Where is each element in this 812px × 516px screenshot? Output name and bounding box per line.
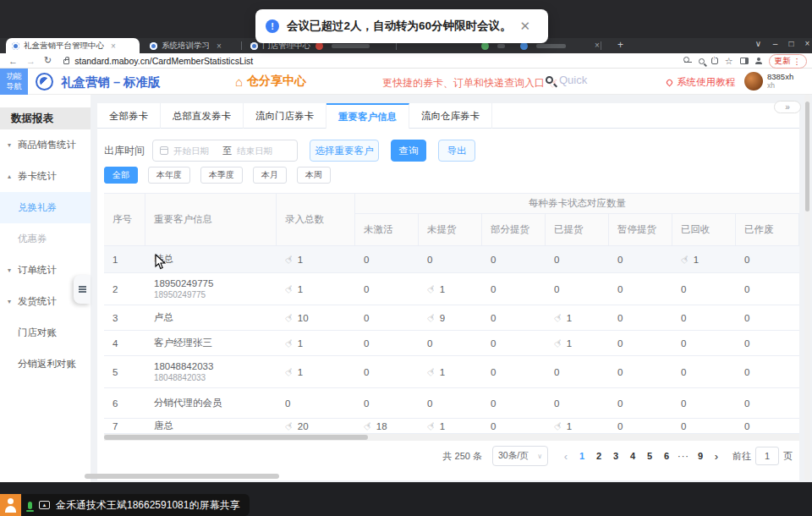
pointer-icon[interactable]: ☞ [425,310,439,326]
page-horizontal-scrollbar-thumb[interactable] [85,474,279,479]
pointer-icon[interactable]: ☞ [551,310,566,326]
scrollbar-thumb[interactable] [104,435,368,440]
range-chip[interactable]: 本周 [297,167,331,184]
page-number[interactable]: 6 [658,451,675,461]
sidebar-item[interactable]: 门店对账 [0,317,91,349]
window-close-icon[interactable]: × [800,39,812,48]
side-panel-icon[interactable] [740,58,749,64]
status-cell: 0 [609,367,672,377]
page-number[interactable]: 1 [573,451,590,461]
content-tab[interactable]: 总部直发券卡 [161,103,244,129]
range-chip[interactable]: 全部 [104,167,138,184]
pointer-icon[interactable]: ☞ [283,282,297,297]
cell-value: 0 [364,255,369,265]
sidebar-item[interactable]: ▴券卡统计 [0,161,91,192]
url-field[interactable]: standard.maboy.cn/CardMemberStatisticsLi… [74,56,253,66]
back-icon[interactable]: ← [8,56,18,66]
date-range-picker[interactable]: 至 [152,140,298,162]
pointer-icon[interactable]: ☞ [425,419,439,433]
next-page-button[interactable]: › [709,450,724,463]
browser-tab[interactable]: 系统培训学习 × [144,38,239,53]
bookmark-star-icon[interactable]: ☆ [725,57,733,66]
quick-entry-link[interactable]: 更快捷的券卡、订单和快递查询入口 ☞ [382,76,559,91]
range-chip[interactable]: 本月 [253,167,287,184]
select-customer-button[interactable]: 选择重要客户 [310,140,379,162]
status-column-header: 未激活 [355,214,419,246]
pointer-icon[interactable]: ☞ [283,419,297,433]
page-size-select[interactable]: 30条/页 ∨ [492,446,548,466]
content-tab[interactable]: 流向仓库券卡 [409,103,492,129]
chrome-update-button[interactable]: 更新 ⋮ [769,54,808,69]
reload-icon[interactable]: ↻ [44,55,52,66]
table-row[interactable]: 4客户经理张三☞1000☞1000 [104,331,799,356]
prev-page-button[interactable]: ‹ [558,450,573,463]
pointer-icon[interactable]: ☞ [551,419,566,433]
range-chip[interactable]: 本季度 [200,167,243,184]
pointer-icon[interactable]: ☞ [283,336,297,351]
drawer-handle-icon [79,288,86,290]
new-tab-button[interactable]: + [617,39,623,51]
scrollbar-thumb[interactable] [805,102,809,211]
window-minimize-icon[interactable]: – [768,39,782,48]
export-button[interactable]: 导出 [438,140,475,162]
toast-close-icon[interactable]: ✕ [520,19,531,34]
tutorial-link[interactable]: 系统使用教程 [667,76,735,89]
collapse-panel-button[interactable]: » [774,101,801,113]
sidebar-drawer-handle[interactable] [74,275,91,304]
tab-close-icon[interactable]: × [217,41,222,51]
pointer-icon[interactable]: ☞ [283,365,297,380]
table-row[interactable]: 3卢总☞100☞90☞1000 [104,305,799,331]
content-tab[interactable]: 全部券卡 [97,103,161,129]
page-number[interactable]: 2 [590,451,607,461]
content-tab[interactable]: 重要客户信息 [326,103,409,129]
table-row[interactable]: 51804884203318048842033☞10☞100000 [104,356,799,388]
goto-page-input[interactable] [755,447,779,465]
profile-icon[interactable] [755,58,762,64]
sidebar-item[interactable]: 优惠券 [0,223,91,255]
query-button[interactable]: 查询 [391,140,426,162]
user-avatar[interactable] [744,72,763,91]
password-key-icon[interactable] [684,59,692,63]
table-row[interactable]: 6分销代理的会员00000000 [104,388,799,419]
browser-toolbar: ← → ↻ standard.maboy.cn/CardMemberStatis… [0,53,812,69]
pointer-icon[interactable]: ☞ [425,282,439,297]
table-row[interactable]: 1韩总☞100000☞10 [104,246,799,273]
content-tab[interactable]: 流向门店券卡 [244,103,326,129]
page-number[interactable]: 4 [624,451,641,461]
start-date-input[interactable] [173,145,217,156]
sidebar-item[interactable]: 分销返利对账 [0,349,91,380]
status-cell: 0 [736,398,799,409]
status-cell: 0 [277,398,355,409]
pointer-icon[interactable]: ☞ [551,336,566,351]
screen-share-pill[interactable]: ▲ 金禾通技术王斌18662591081的屏幕共享 [21,494,250,516]
tab-close-icon[interactable]: × [111,41,116,51]
tab-close-icon[interactable]: × [595,41,600,50]
user-menu[interactable]: 8385xh xh [767,73,793,91]
page-number[interactable]: 9 [692,451,709,461]
pointer-icon[interactable]: ☞ [283,310,297,326]
page-ellipsis[interactable]: ··· [675,451,692,461]
window-maximize-icon[interactable]: □ [784,39,798,48]
quick-search[interactable]: Quick [546,74,587,86]
pointer-icon[interactable]: ☞ [283,252,297,267]
browser-tab-active[interactable]: 礼盒营销平台管理中心 × [6,38,140,53]
pointer-icon[interactable]: ☞ [678,252,693,267]
table-row[interactable]: 21895024977518950249775☞10☞100000 [104,273,799,305]
end-date-input[interactable] [237,145,281,156]
window-menu-icon[interactable]: ∨ [751,39,765,48]
function-nav-toggle[interactable]: 功能 导航 [0,69,28,95]
warehouse-share-center-link[interactable]: ⌂ 仓分享中心 [235,74,306,89]
page-number[interactable]: 5 [641,451,658,461]
page-vertical-scrollbar[interactable] [804,95,810,480]
share-icon[interactable] [711,58,718,64]
forward-icon[interactable]: → [26,56,36,66]
sidebar-item[interactable]: 兑换礼券 [0,192,91,223]
zoom-icon[interactable] [699,58,705,64]
table-horizontal-scrollbar[interactable] [104,434,799,441]
pointer-icon[interactable]: ☞ [361,419,376,433]
sidebar-item[interactable]: ▾商品销售统计 [0,129,91,161]
page-number[interactable]: 3 [607,451,624,461]
pointer-icon[interactable]: ☞ [425,365,439,380]
table-row[interactable]: 7唐总☞20☞18☞10☞1000 [104,419,799,434]
range-chip[interactable]: 本年度 [148,167,190,184]
